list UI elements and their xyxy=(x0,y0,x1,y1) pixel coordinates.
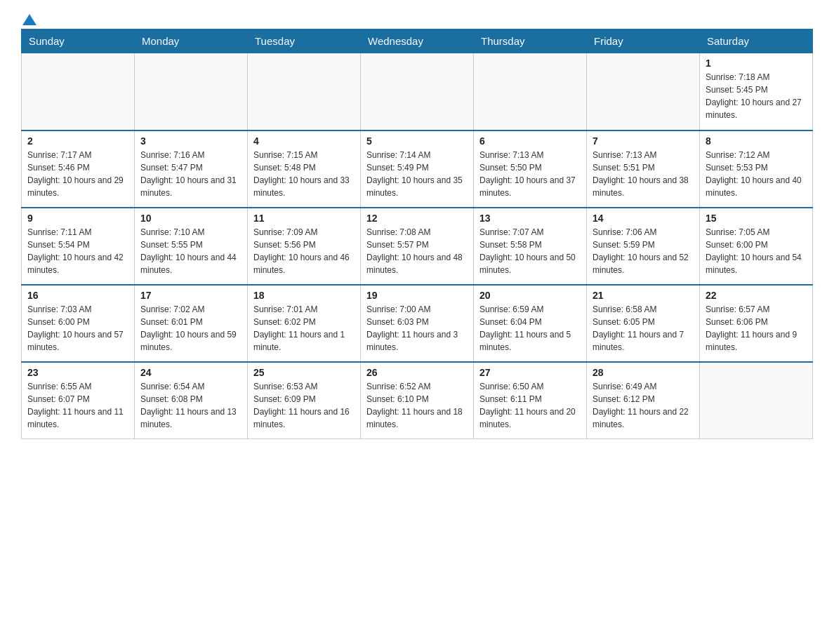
day-info: Sunrise: 7:12 AM Sunset: 5:53 PM Dayligh… xyxy=(706,149,807,199)
calendar-cell xyxy=(474,53,587,130)
day-info: Sunrise: 7:05 AM Sunset: 6:00 PM Dayligh… xyxy=(706,226,807,276)
calendar-cell: 20Sunrise: 6:59 AM Sunset: 6:04 PM Dayli… xyxy=(474,285,587,362)
day-info: Sunrise: 6:49 AM Sunset: 6:12 PM Dayligh… xyxy=(593,380,694,431)
calendar-week-row: 2Sunrise: 7:17 AM Sunset: 5:46 PM Daylig… xyxy=(22,130,813,208)
calendar-cell: 14Sunrise: 7:06 AM Sunset: 5:59 PM Dayli… xyxy=(587,208,700,285)
calendar-cell: 23Sunrise: 6:55 AM Sunset: 6:07 PM Dayli… xyxy=(22,362,135,439)
day-info: Sunrise: 7:02 AM Sunset: 6:01 PM Dayligh… xyxy=(140,303,241,354)
day-info: Sunrise: 6:54 AM Sunset: 6:08 PM Dayligh… xyxy=(140,380,241,431)
column-header-wednesday: Wednesday xyxy=(361,29,474,53)
calendar-cell xyxy=(248,53,361,130)
day-info: Sunrise: 7:08 AM Sunset: 5:57 PM Dayligh… xyxy=(366,226,468,276)
day-number: 15 xyxy=(706,213,807,224)
calendar-cell: 7Sunrise: 7:13 AM Sunset: 5:51 PM Daylig… xyxy=(587,130,700,208)
logo xyxy=(21,14,37,22)
column-header-sunday: Sunday xyxy=(22,29,135,53)
calendar-cell xyxy=(700,362,813,439)
calendar-cell: 5Sunrise: 7:14 AM Sunset: 5:49 PM Daylig… xyxy=(361,130,474,208)
day-number: 13 xyxy=(479,213,581,224)
column-header-friday: Friday xyxy=(587,29,700,53)
day-info: Sunrise: 6:52 AM Sunset: 6:10 PM Dayligh… xyxy=(366,380,468,431)
day-info: Sunrise: 6:57 AM Sunset: 6:06 PM Dayligh… xyxy=(706,303,807,354)
page-header xyxy=(21,14,813,22)
day-info: Sunrise: 7:10 AM Sunset: 5:55 PM Dayligh… xyxy=(140,226,241,276)
calendar-cell xyxy=(135,53,248,130)
day-number: 4 xyxy=(253,135,355,147)
day-info: Sunrise: 7:11 AM Sunset: 5:54 PM Dayligh… xyxy=(27,226,128,276)
day-info: Sunrise: 6:50 AM Sunset: 6:11 PM Dayligh… xyxy=(479,380,581,431)
calendar-cell: 16Sunrise: 7:03 AM Sunset: 6:00 PM Dayli… xyxy=(22,285,135,362)
calendar-week-row: 16Sunrise: 7:03 AM Sunset: 6:00 PM Dayli… xyxy=(22,285,813,362)
day-number: 22 xyxy=(706,290,807,301)
day-number: 14 xyxy=(593,213,694,224)
day-number: 7 xyxy=(593,135,694,147)
calendar-cell: 10Sunrise: 7:10 AM Sunset: 5:55 PM Dayli… xyxy=(135,208,248,285)
calendar-cell: 2Sunrise: 7:17 AM Sunset: 5:46 PM Daylig… xyxy=(22,130,135,208)
calendar-cell xyxy=(361,53,474,130)
day-number: 21 xyxy=(593,290,694,301)
day-info: Sunrise: 7:03 AM Sunset: 6:00 PM Dayligh… xyxy=(27,303,128,354)
calendar-cell: 19Sunrise: 7:00 AM Sunset: 6:03 PM Dayli… xyxy=(361,285,474,362)
day-number: 25 xyxy=(253,367,355,378)
calendar-cell: 6Sunrise: 7:13 AM Sunset: 5:50 PM Daylig… xyxy=(474,130,587,208)
day-number: 1 xyxy=(706,58,807,69)
calendar-cell: 4Sunrise: 7:15 AM Sunset: 5:48 PM Daylig… xyxy=(248,130,361,208)
day-number: 23 xyxy=(27,367,128,378)
calendar-cell: 12Sunrise: 7:08 AM Sunset: 5:57 PM Dayli… xyxy=(361,208,474,285)
day-info: Sunrise: 6:53 AM Sunset: 6:09 PM Dayligh… xyxy=(253,380,355,431)
day-info: Sunrise: 7:13 AM Sunset: 5:51 PM Dayligh… xyxy=(593,149,694,199)
logo-triangle-top xyxy=(22,14,37,25)
day-info: Sunrise: 7:06 AM Sunset: 5:59 PM Dayligh… xyxy=(593,226,694,276)
column-header-monday: Monday xyxy=(135,29,248,53)
day-number: 3 xyxy=(140,135,241,147)
calendar-cell: 9Sunrise: 7:11 AM Sunset: 5:54 PM Daylig… xyxy=(22,208,135,285)
day-info: Sunrise: 7:15 AM Sunset: 5:48 PM Dayligh… xyxy=(253,149,355,199)
day-info: Sunrise: 6:59 AM Sunset: 6:04 PM Dayligh… xyxy=(479,303,581,354)
day-info: Sunrise: 6:58 AM Sunset: 6:05 PM Dayligh… xyxy=(593,303,694,354)
day-number: 26 xyxy=(366,367,468,378)
column-header-tuesday: Tuesday xyxy=(248,29,361,53)
calendar-cell: 25Sunrise: 6:53 AM Sunset: 6:09 PM Dayli… xyxy=(248,362,361,439)
day-number: 17 xyxy=(140,290,241,301)
calendar-week-row: 23Sunrise: 6:55 AM Sunset: 6:07 PM Dayli… xyxy=(22,362,813,439)
day-number: 2 xyxy=(27,135,128,147)
day-info: Sunrise: 7:14 AM Sunset: 5:49 PM Dayligh… xyxy=(366,149,468,199)
day-number: 11 xyxy=(253,213,355,224)
day-number: 20 xyxy=(479,290,581,301)
calendar-cell: 27Sunrise: 6:50 AM Sunset: 6:11 PM Dayli… xyxy=(474,362,587,439)
day-info: Sunrise: 6:55 AM Sunset: 6:07 PM Dayligh… xyxy=(27,380,128,431)
calendar-cell: 15Sunrise: 7:05 AM Sunset: 6:00 PM Dayli… xyxy=(700,208,813,285)
calendar-cell: 13Sunrise: 7:07 AM Sunset: 5:58 PM Dayli… xyxy=(474,208,587,285)
calendar-cell: 11Sunrise: 7:09 AM Sunset: 5:56 PM Dayli… xyxy=(248,208,361,285)
calendar-cell: 24Sunrise: 6:54 AM Sunset: 6:08 PM Dayli… xyxy=(135,362,248,439)
day-number: 28 xyxy=(593,367,694,378)
day-info: Sunrise: 7:18 AM Sunset: 5:45 PM Dayligh… xyxy=(706,71,807,121)
day-info: Sunrise: 7:17 AM Sunset: 5:46 PM Dayligh… xyxy=(27,149,128,199)
day-number: 16 xyxy=(27,290,128,301)
calendar-cell: 21Sunrise: 6:58 AM Sunset: 6:05 PM Dayli… xyxy=(587,285,700,362)
calendar-cell: 28Sunrise: 6:49 AM Sunset: 6:12 PM Dayli… xyxy=(587,362,700,439)
calendar-cell: 18Sunrise: 7:01 AM Sunset: 6:02 PM Dayli… xyxy=(248,285,361,362)
day-info: Sunrise: 7:01 AM Sunset: 6:02 PM Dayligh… xyxy=(253,303,355,354)
day-number: 8 xyxy=(706,135,807,147)
calendar-cell xyxy=(22,53,135,130)
day-number: 19 xyxy=(366,290,468,301)
day-number: 10 xyxy=(140,213,241,224)
day-info: Sunrise: 7:16 AM Sunset: 5:47 PM Dayligh… xyxy=(140,149,241,199)
calendar-header-row: SundayMondayTuesdayWednesdayThursdayFrid… xyxy=(22,29,813,53)
day-info: Sunrise: 7:13 AM Sunset: 5:50 PM Dayligh… xyxy=(479,149,581,199)
day-number: 9 xyxy=(27,213,128,224)
calendar-table: SundayMondayTuesdayWednesdayThursdayFrid… xyxy=(21,29,813,439)
column-header-thursday: Thursday xyxy=(474,29,587,53)
calendar-cell: 17Sunrise: 7:02 AM Sunset: 6:01 PM Dayli… xyxy=(135,285,248,362)
day-number: 27 xyxy=(479,367,581,378)
calendar-cell: 26Sunrise: 6:52 AM Sunset: 6:10 PM Dayli… xyxy=(361,362,474,439)
calendar-cell: 22Sunrise: 6:57 AM Sunset: 6:06 PM Dayli… xyxy=(700,285,813,362)
day-info: Sunrise: 7:00 AM Sunset: 6:03 PM Dayligh… xyxy=(366,303,468,354)
day-number: 6 xyxy=(479,135,581,147)
column-header-saturday: Saturday xyxy=(700,29,813,53)
calendar-week-row: 9Sunrise: 7:11 AM Sunset: 5:54 PM Daylig… xyxy=(22,208,813,285)
day-number: 18 xyxy=(253,290,355,301)
day-info: Sunrise: 7:09 AM Sunset: 5:56 PM Dayligh… xyxy=(253,226,355,276)
day-info: Sunrise: 7:07 AM Sunset: 5:58 PM Dayligh… xyxy=(479,226,581,276)
